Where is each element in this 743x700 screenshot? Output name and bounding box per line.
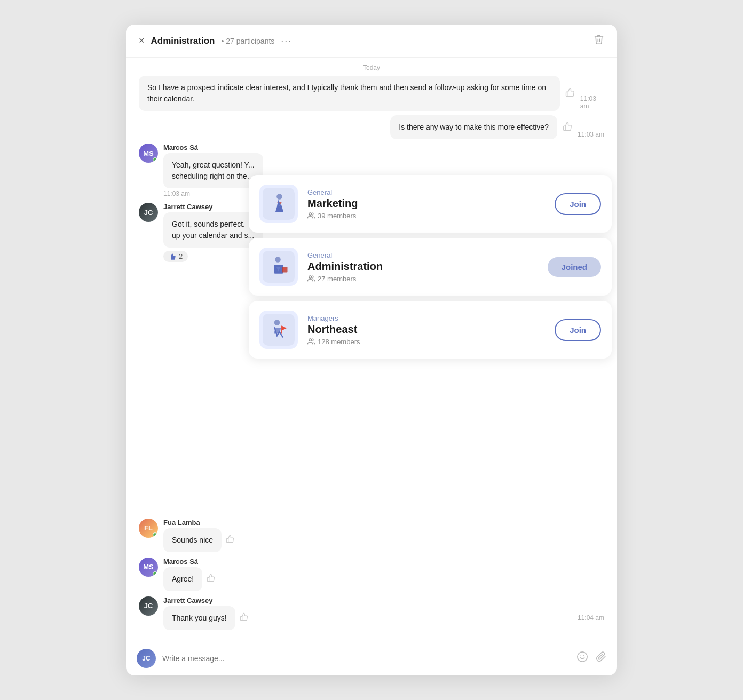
message-content: Jarrett Cawsey Got it, sounds perfect.up… — [163, 203, 263, 262]
message-time: 11:03 am — [578, 131, 604, 139]
members-count: 27 members — [318, 275, 356, 283]
channel-members: 128 members — [307, 338, 545, 346]
avatar-initials: JC — [139, 203, 158, 222]
like-count: 2 — [179, 252, 183, 260]
like-icon[interactable] — [226, 535, 234, 545]
message-bubble: Agree! — [163, 567, 202, 591]
channel-info-marketing: General Marketing 39 members — [307, 188, 545, 220]
avatar: FL — [139, 519, 158, 538]
channel-card-administration: General Administration 27 members Joined — [249, 238, 612, 296]
message-row: MS Marcos Sá Agree! — [139, 558, 604, 591]
attachment-icon[interactable] — [596, 651, 606, 665]
members-count: 128 members — [318, 338, 360, 346]
avatar: MS — [139, 558, 158, 577]
own-message: So I have a prospect indicate clear inte… — [139, 76, 604, 111]
date-divider: Today — [139, 58, 604, 76]
own-message: Is there any way to make this more effec… — [390, 115, 604, 139]
message-bubble: Is there any way to make this more effec… — [390, 115, 557, 139]
channel-category: Managers — [307, 314, 545, 322]
message-sender: Fua Lamba — [163, 519, 234, 527]
message-time: 11:03 am — [163, 190, 263, 197]
message-time: 11:04 am — [578, 614, 604, 622]
join-button-northeast[interactable]: Join — [555, 319, 601, 341]
message-sender: Marcos Sá — [163, 144, 263, 152]
message-content: Marcos Sá Agree! — [163, 558, 215, 591]
like-icon[interactable] — [207, 574, 215, 584]
channel-members: 39 members — [307, 212, 545, 220]
join-button-marketing[interactable]: Join — [555, 193, 601, 215]
svg-point-12 — [309, 339, 312, 341]
message-bubble: Yeah, great question! Y...scheduling rig… — [163, 153, 263, 188]
current-user-avatar: JC — [137, 649, 156, 668]
channel-illustration-marketing — [259, 185, 298, 223]
like-icon[interactable] — [240, 612, 248, 623]
chat-window: × Administration • 27 participants ··· T… — [126, 25, 617, 675]
svg-point-2 — [309, 213, 312, 216]
channel-card-northeast: Managers Northeast 128 members Join — [249, 301, 612, 359]
channel-members: 27 members — [307, 275, 538, 283]
svg-point-10 — [274, 320, 280, 326]
more-options-icon[interactable]: ··· — [281, 35, 292, 46]
message-input[interactable] — [162, 654, 570, 663]
message-content: Marcos Sá Yeah, great question! Y...sche… — [163, 144, 263, 197]
chat-header: × Administration • 27 participants ··· — [126, 25, 617, 58]
like-icon[interactable] — [565, 88, 575, 99]
participants-count: • 27 participants — [221, 37, 274, 45]
channel-card-marketing: General Marketing 39 members Join — [249, 175, 612, 233]
svg-point-4 — [275, 257, 281, 263]
svg-point-8 — [309, 276, 312, 279]
header-left: × Administration • 27 participants ··· — [139, 35, 594, 46]
svg-point-13 — [578, 652, 587, 662]
message-bubble: Got it, sounds perfect.up your calendar … — [163, 212, 263, 248]
channel-info-northeast: Managers Northeast 128 members — [307, 314, 545, 346]
close-icon[interactable]: × — [139, 35, 145, 46]
avatar-initials: JC — [139, 596, 158, 616]
input-icons — [576, 651, 606, 665]
message-content: Fua Lamba Sounds nice — [163, 519, 234, 552]
message-bubble: So I have a prospect indicate clear inte… — [139, 76, 560, 111]
svg-point-1 — [276, 194, 282, 200]
like-icon[interactable] — [563, 122, 572, 133]
message-sender: Marcos Sá — [163, 558, 215, 566]
joined-button-administration[interactable]: Joined — [548, 257, 601, 277]
message-row: Is there any way to make this more effec… — [139, 115, 604, 139]
emoji-icon[interactable] — [576, 651, 588, 665]
own-bubble-area: So I have a prospect indicate clear inte… — [139, 76, 604, 111]
channel-illustration-admin — [259, 248, 298, 286]
delete-icon[interactable] — [594, 34, 604, 47]
message-time: 11:03 am — [580, 95, 604, 111]
like-badge[interactable]: 2 — [163, 251, 188, 262]
channel-category: General — [307, 188, 545, 196]
message-row: FL Fua Lamba Sounds nice — [139, 519, 604, 552]
channel-illustration-northeast — [259, 311, 298, 349]
avatar: JC — [139, 203, 158, 222]
message-row: JC Jarrett Cawsey Thank you guys! 11:04 … — [139, 596, 604, 630]
message-content: Jarrett Cawsey Thank you guys! 11:04 am — [163, 596, 604, 630]
input-area: JC — [126, 641, 617, 675]
message-sender: Jarrett Cawsey — [163, 596, 604, 604]
svg-rect-7 — [283, 268, 286, 270]
chat-title: Administration — [151, 36, 215, 46]
avatar-initials: JC — [137, 649, 156, 668]
channel-selector-popup: General Marketing 39 members Join — [249, 175, 612, 359]
message-bubble: Sounds nice — [163, 528, 222, 552]
channel-name: Administration — [307, 260, 538, 273]
messages-area: Today So I have a prospect indicate clea… — [126, 58, 617, 641]
message-row: So I have a prospect indicate clear inte… — [139, 76, 604, 111]
avatar: MS — [139, 144, 158, 163]
message-sender: Jarrett Cawsey — [163, 203, 263, 211]
message-bubble: Thank you guys! — [163, 606, 235, 630]
channel-name: Northeast — [307, 323, 545, 336]
channel-info-administration: General Administration 27 members — [307, 251, 538, 283]
own-bubble-area: Is there any way to make this more effec… — [390, 115, 604, 139]
channel-name: Marketing — [307, 197, 545, 210]
avatar: JC — [139, 596, 158, 616]
members-count: 39 members — [318, 212, 356, 220]
channel-category: General — [307, 251, 538, 259]
